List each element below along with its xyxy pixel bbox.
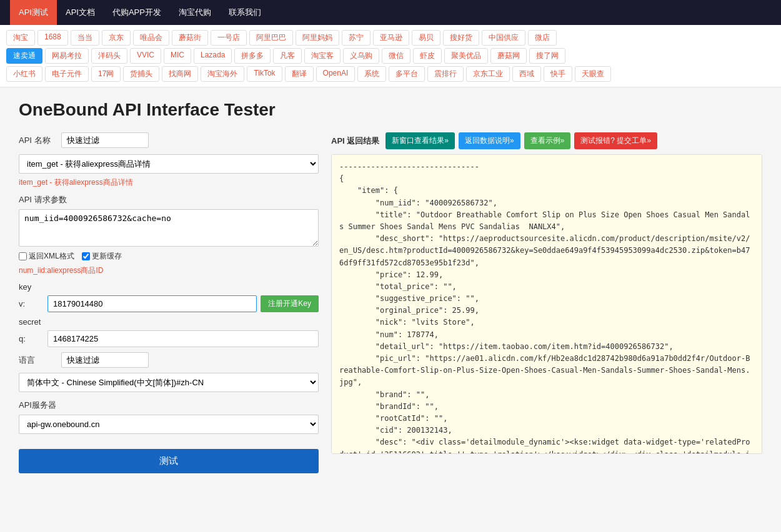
new-window-btn[interactable]: 新窗口查看结果» <box>386 132 455 149</box>
xml-checkbox-label[interactable]: 返回XML格式 <box>19 251 74 262</box>
tag-item[interactable]: 阿里妈妈 <box>296 30 339 46</box>
server-select[interactable]: api-gw.onebound.cn <box>19 415 319 434</box>
tag-item[interactable]: Lazada <box>194 48 232 64</box>
tag-item[interactable]: 淘宝海外 <box>201 66 244 82</box>
tag-item[interactable]: 17网 <box>91 66 121 82</box>
tag-item[interactable]: 小红书 <box>6 66 42 82</box>
tag-item[interactable]: 微信 <box>382 48 410 64</box>
api-select[interactable]: item_get - 获得aliexpress商品详情 <box>19 154 319 174</box>
params-hint: num_iid:aliexpress商品ID <box>19 265 319 276</box>
right-panel: API 返回结果 新窗口查看结果» 返回数据说明» 查看示例» 测试报错? 提交… <box>331 132 762 454</box>
test-button[interactable]: 测试 <box>19 449 319 473</box>
tag-item[interactable]: 系统 <box>357 66 386 82</box>
api-select-hint: item_get - 获得aliexpress商品详情 <box>19 177 319 188</box>
tag-item[interactable]: 苏宁 <box>342 30 371 46</box>
tag-item[interactable]: 淘宝 <box>6 30 35 46</box>
tag-item[interactable]: 虾皮 <box>413 48 442 64</box>
tag-item[interactable]: MIC <box>164 48 191 64</box>
cache-checkbox[interactable] <box>82 252 90 260</box>
params-label: API 请求参数 <box>19 194 319 205</box>
tag-item[interactable]: 搜好货 <box>443 30 479 46</box>
lang-label: 语言 <box>19 355 56 366</box>
lang-select[interactable]: 简体中文 - Chinese Simplified(中文[简体])#zh-CN <box>19 373 319 392</box>
nav-item-api-docs[interactable]: API文档 <box>57 0 104 25</box>
tag-item[interactable]: 微店 <box>528 30 557 46</box>
tag-item[interactable]: 蘑菇街 <box>172 30 208 46</box>
api-name-input[interactable] <box>61 132 149 148</box>
tag-item[interactable]: 洋码头 <box>91 48 127 64</box>
api-name-row: API 名称 <box>19 132 319 148</box>
key-input[interactable] <box>47 295 257 312</box>
view-example-btn[interactable]: 查看示例» <box>524 132 571 149</box>
tag-item[interactable]: 快手 <box>544 66 572 82</box>
tag-item[interactable]: 阿里巴巴 <box>249 30 293 46</box>
tag-row-2: 速卖通网易考拉洋码头VVICMICLazada拼多多凡客淘宝客义乌购微信虾皮聚美… <box>6 48 775 64</box>
tag-item[interactable]: 翻译 <box>285 66 314 82</box>
result-header: API 返回结果 新窗口查看结果» 返回数据说明» 查看示例» 测试报错? 提交… <box>331 132 762 149</box>
tag-item[interactable]: 聚美优品 <box>444 48 488 64</box>
tag-item[interactable]: VVIC <box>130 48 161 64</box>
tag-item[interactable]: 易贝 <box>412 30 440 46</box>
tag-item[interactable]: 天眼查 <box>575 66 611 82</box>
register-btn[interactable]: 注册开通Key <box>261 295 319 312</box>
tag-item[interactable]: 货捕头 <box>123 66 159 82</box>
tag-item[interactable]: 唯品会 <box>133 30 169 46</box>
main-content: OneBound API Interface Tester API 名称 ite… <box>0 87 781 520</box>
secret-prefix: q: <box>19 334 44 343</box>
tag-item[interactable]: 多平台 <box>389 66 425 82</box>
tag-item[interactable]: OpenAI <box>316 66 356 82</box>
tag-item[interactable]: 当当 <box>71 30 99 46</box>
result-label: API 返回结果 <box>331 135 379 147</box>
secret-input[interactable] <box>47 330 319 347</box>
cache-checkbox-label[interactable]: 更新缓存 <box>82 251 122 262</box>
secret-row: q: <box>19 330 319 347</box>
lang-row: 语言 <box>19 352 319 368</box>
tag-item[interactable]: 亚马逊 <box>373 30 409 46</box>
tag-row-1: 淘宝1688当当京东唯品会蘑菇街一号店阿里巴巴阿里妈妈苏宁亚马逊易贝搜好货中国供… <box>6 30 775 46</box>
nav-item-taobao[interactable]: 淘宝代购 <box>170 0 220 25</box>
tag-item[interactable]: 京东工业 <box>466 66 510 82</box>
tag-item[interactable]: 西域 <box>512 66 541 82</box>
key-label: key <box>19 282 319 292</box>
tag-row-3: 小红书电子元件17网货捕头找商网淘宝海外TikTok翻译OpenAI系统多平台震… <box>6 66 775 82</box>
key-prefix: v: <box>19 299 44 308</box>
tag-item[interactable]: TikTok <box>247 66 282 82</box>
xml-checkbox[interactable] <box>19 252 27 260</box>
checkbox-row: 返回XML格式 更新缓存 <box>19 251 319 262</box>
tag-item[interactable]: 淘宝客 <box>304 48 341 64</box>
tag-item[interactable]: 速卖通 <box>6 48 42 64</box>
tag-item[interactable]: 网易考拉 <box>45 48 89 64</box>
nav-item-api-test[interactable]: API测试 <box>10 0 57 25</box>
tag-item[interactable]: 凡客 <box>273 48 302 64</box>
tag-item[interactable]: 京东 <box>102 30 131 46</box>
server-section: API服务器 api-gw.onebound.cn <box>19 400 319 441</box>
nav-item-app-dev[interactable]: 代购APP开发 <box>104 0 170 25</box>
tag-item[interactable]: 1688 <box>37 30 68 46</box>
api-name-label: API 名称 <box>19 135 56 146</box>
tag-bar: 淘宝1688当当京东唯品会蘑菇街一号店阿里巴巴阿里妈妈苏宁亚马逊易贝搜好货中国供… <box>0 25 781 87</box>
lang-filter-input[interactable] <box>61 352 149 368</box>
tag-item[interactable]: 震排行 <box>427 66 464 82</box>
left-panel: API 名称 item_get - 获得aliexpress商品详情 item_… <box>19 132 319 473</box>
secret-label: secret <box>19 317 319 327</box>
tag-item[interactable]: 搜了网 <box>529 48 565 64</box>
key-row: v: 注册开通Key <box>19 295 319 312</box>
top-navigation: API测试 API文档 代购APP开发 淘宝代购 联系我们 <box>0 0 781 25</box>
tag-item[interactable]: 一号店 <box>211 30 247 46</box>
tag-item[interactable]: 蘑菇网 <box>490 48 527 64</box>
tag-item[interactable]: 中国供应 <box>482 30 525 46</box>
tag-item[interactable]: 电子元件 <box>45 66 89 82</box>
tag-item[interactable]: 义乌购 <box>343 48 379 64</box>
server-label: API服务器 <box>19 400 319 411</box>
result-box[interactable]: ------------------------------- { "item"… <box>331 154 762 454</box>
submit-ticket-btn[interactable]: 测试报错? 提交工单» <box>574 132 657 149</box>
tag-item[interactable]: 拼多多 <box>234 48 271 64</box>
tag-item[interactable]: 找商网 <box>162 66 198 82</box>
return-data-btn[interactable]: 返回数据说明» <box>459 132 520 149</box>
two-column-layout: API 名称 item_get - 获得aliexpress商品详情 item_… <box>19 132 762 473</box>
params-textarea[interactable] <box>19 209 319 247</box>
nav-item-contact[interactable]: 联系我们 <box>220 0 270 25</box>
page-title: OneBound API Interface Tester <box>19 100 762 120</box>
